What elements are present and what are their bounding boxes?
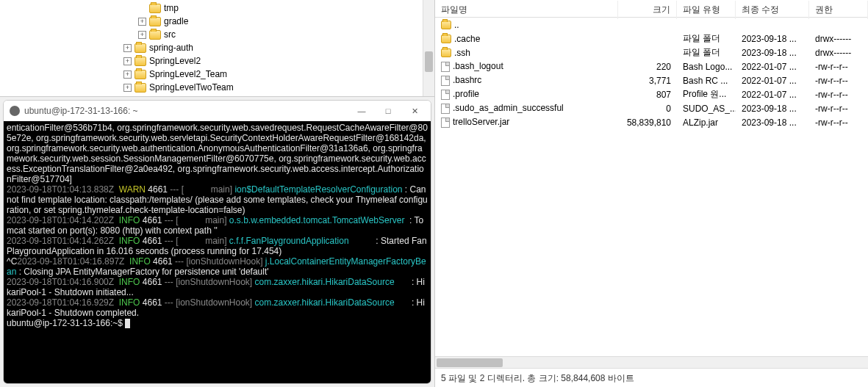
terminal-output[interactable]: enticationFilter@536b71b4, org.springfra… xyxy=(4,121,431,383)
tree-expander[interactable]: + xyxy=(123,70,132,79)
file-perm: -rw-r--r-- xyxy=(809,61,868,73)
col-type[interactable]: 파일 유형 xyxy=(677,1,736,19)
col-size[interactable]: 크기 xyxy=(618,1,677,19)
terminal-window: ubuntu@ip-172-31-13-166: ~ — □ ✕ enticat… xyxy=(3,100,431,384)
file-size xyxy=(618,24,677,26)
file-icon xyxy=(441,90,450,100)
tree-scrollbar[interactable] xyxy=(423,0,434,96)
file-date: 2023-09-18 ... xyxy=(736,103,809,115)
tree-label: src xyxy=(164,29,176,40)
tree-expander[interactable]: + xyxy=(138,18,146,26)
file-date: 2023-09-18 ... xyxy=(736,117,809,129)
folder-icon xyxy=(149,4,161,13)
minimize-button[interactable]: — xyxy=(351,104,372,118)
tree-item[interactable]: +SpringLevelTwoTeam xyxy=(109,81,434,94)
tree-item[interactable]: +gradle xyxy=(109,15,434,28)
file-name: .ssh xyxy=(454,48,470,58)
tree-label: SpringLevel2_Team xyxy=(149,69,227,79)
col-perm[interactable]: 권한 xyxy=(809,1,868,19)
file-icon xyxy=(441,104,450,114)
folder-icon xyxy=(134,57,146,66)
file-icon xyxy=(441,117,450,128)
file-name: .bash_logout xyxy=(453,61,503,71)
file-perm: drwx------ xyxy=(809,33,868,45)
tree-expander[interactable]: + xyxy=(123,84,132,92)
file-perm: drwx------ xyxy=(809,47,868,59)
file-icon xyxy=(441,62,450,72)
file-date xyxy=(736,24,809,26)
file-date: 2022-01-07 ... xyxy=(736,89,809,101)
terminal-cursor xyxy=(125,319,130,328)
left-panel: tmp+gradle+src+spring-auth+SpringLevel2+… xyxy=(0,0,435,387)
file-row[interactable]: trelloServer.jar58,839,810ALZip.jar2023-… xyxy=(435,115,868,129)
close-button[interactable]: ✕ xyxy=(404,104,425,118)
file-row[interactable]: .ssh파일 폴더2023-09-18 ...drwx------ xyxy=(435,46,868,59)
file-name: trelloServer.jar xyxy=(453,117,509,127)
tree-item[interactable]: +src xyxy=(109,28,434,41)
tree-item[interactable]: +SpringLevel2_Team xyxy=(109,68,434,81)
file-row[interactable]: .bashrc3,771Bash RC ...2022-01-07 ...-rw… xyxy=(435,73,868,87)
file-name: .profile xyxy=(453,89,479,99)
file-type xyxy=(677,24,736,26)
file-row[interactable]: .profile807Profile 원...2022-01-07 ...-rw… xyxy=(435,87,868,101)
file-list-h-scrollbar[interactable] xyxy=(435,356,868,368)
tree-expander[interactable]: + xyxy=(138,31,146,39)
file-type: Bash Logo... xyxy=(677,61,736,73)
file-size: 3,771 xyxy=(618,75,677,87)
tree-label: tmp xyxy=(164,3,179,13)
file-row[interactable]: .sudo_as_admin_successful0SUDO_AS_...202… xyxy=(435,101,868,115)
file-type: 파일 폴더 xyxy=(677,46,736,59)
file-list-header[interactable]: 파일명 크기 파일 유형 최종 수정 권한 xyxy=(435,0,868,18)
terminal-icon xyxy=(10,106,20,116)
file-name: .cache xyxy=(454,34,480,44)
tree-item[interactable]: +spring-auth xyxy=(109,41,434,54)
file-type: 파일 폴더 xyxy=(677,32,736,46)
status-bar: 5 파일 및 2 디렉터리. 총 크기: 58,844,608 바이트 xyxy=(435,368,868,387)
file-type: Bash RC ... xyxy=(677,75,736,87)
file-size xyxy=(618,52,677,54)
folder-icon xyxy=(149,17,161,26)
tree-label: spring-auth xyxy=(149,43,193,53)
file-date: 2023-09-18 ... xyxy=(736,47,809,59)
maximize-button[interactable]: □ xyxy=(378,104,398,118)
file-size: 58,839,810 xyxy=(618,117,677,129)
file-name: .bashrc xyxy=(453,75,481,85)
directory-tree[interactable]: tmp+gradle+src+spring-auth+SpringLevel2+… xyxy=(0,0,434,97)
file-perm: -rw-r--r-- xyxy=(809,103,868,115)
file-perm: -rw-r--r-- xyxy=(809,117,868,129)
file-perm: -rw-r--r-- xyxy=(809,89,868,101)
file-list[interactable]: ...cache파일 폴더2023-09-18 ...drwx------.ss… xyxy=(435,18,868,356)
col-name[interactable]: 파일명 xyxy=(435,1,618,19)
file-name: .. xyxy=(454,20,459,30)
folder-icon xyxy=(149,30,161,40)
file-date: 2023-09-18 ... xyxy=(736,33,809,45)
file-row[interactable]: .bash_logout220Bash Logo...2022-01-07 ..… xyxy=(435,59,868,73)
file-size: 220 xyxy=(618,61,677,73)
terminal-title: ubuntu@ip-172-31-13-166: ~ xyxy=(24,106,351,116)
folder-icon xyxy=(134,83,146,93)
tree-item[interactable]: tmp xyxy=(109,1,434,15)
file-row[interactable]: .. xyxy=(435,18,868,32)
col-date[interactable]: 최종 수정 xyxy=(736,1,809,19)
file-perm xyxy=(809,24,868,26)
tree-item[interactable]: +SpringLevel2 xyxy=(109,54,434,68)
file-date: 2022-01-07 ... xyxy=(736,61,809,73)
folder-icon xyxy=(134,70,146,79)
tree-label: SpringLevel2 xyxy=(149,56,201,66)
folder-icon xyxy=(134,43,146,53)
file-icon xyxy=(441,76,450,86)
tree-label: SpringLevelTwoTeam xyxy=(149,82,234,93)
file-name: .sudo_as_admin_successful xyxy=(453,103,564,113)
tree-expander[interactable]: + xyxy=(123,57,132,65)
remote-file-panel: 파일명 크기 파일 유형 최종 수정 권한 ...cache파일 폴더2023-… xyxy=(435,0,868,387)
terminal-title-bar[interactable]: ubuntu@ip-172-31-13-166: ~ — □ ✕ xyxy=(4,101,431,121)
file-size: 807 xyxy=(618,89,677,101)
file-type: ALZip.jar xyxy=(677,117,736,129)
folder-icon xyxy=(441,21,451,29)
file-date: 2022-01-07 ... xyxy=(736,75,809,87)
folder-icon xyxy=(441,35,451,43)
tree-label: gradle xyxy=(164,16,188,26)
file-row[interactable]: .cache파일 폴더2023-09-18 ...drwx------ xyxy=(435,32,868,46)
file-size: 0 xyxy=(618,103,677,115)
tree-expander[interactable]: + xyxy=(123,44,132,52)
